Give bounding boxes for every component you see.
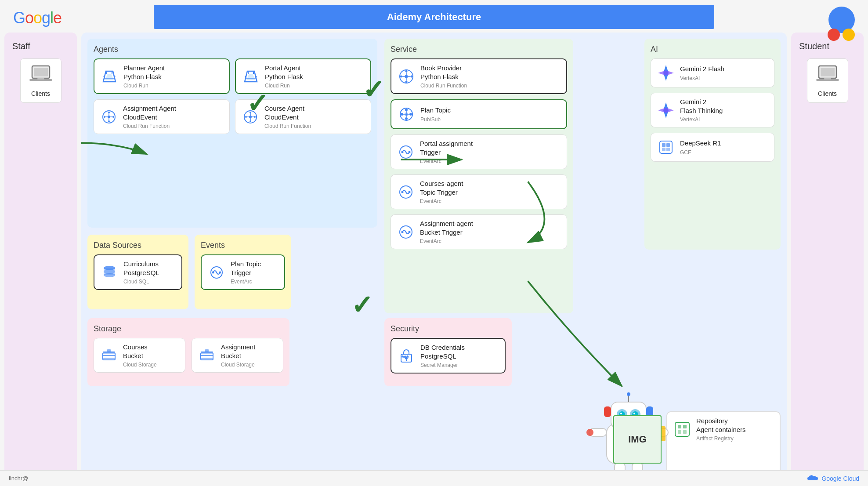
storage-icon-assignment bbox=[197, 346, 217, 365]
portal-assignment-trigger-title: Portal assignmentTrigger bbox=[420, 139, 473, 156]
svg-point-50 bbox=[405, 109, 408, 111]
svg-point-75 bbox=[212, 271, 214, 273]
svg-rect-95 bbox=[683, 430, 687, 434]
svg-point-51 bbox=[409, 113, 412, 116]
flask-icon-portal bbox=[241, 67, 260, 86]
svg-point-61 bbox=[409, 191, 411, 193]
svg-point-103 bbox=[633, 413, 635, 414]
course-agent-card: Course AgentCloudEvent Cloud Run Functio… bbox=[235, 99, 371, 134]
svg-point-23 bbox=[112, 116, 114, 118]
svg-rect-1 bbox=[34, 68, 48, 76]
storage-label: Storage bbox=[94, 324, 283, 334]
svg-point-76 bbox=[219, 271, 221, 273]
svg-point-49 bbox=[401, 113, 403, 116]
ai-section-label: AI bbox=[651, 45, 774, 54]
svg-marker-12 bbox=[246, 74, 255, 80]
svg-point-41 bbox=[405, 80, 408, 83]
eventarc-icon-portal bbox=[396, 142, 416, 162]
svg-point-33 bbox=[254, 116, 256, 118]
pubsub-icon bbox=[397, 105, 416, 124]
ai-section: AI Gemini 2 Flash VertexAI bbox=[644, 39, 781, 250]
secret-icon: *** bbox=[397, 346, 416, 366]
storage-icon-courses bbox=[99, 346, 119, 365]
svg-point-42 bbox=[400, 75, 402, 77]
header-bar: Aidemy Architecture bbox=[77, 5, 791, 29]
courses-agent-trigger-subtitle: EventArc bbox=[420, 198, 463, 204]
eventarc-icon-bucket bbox=[396, 222, 416, 242]
laptop-icon-student bbox=[816, 64, 839, 87]
svg-rect-127 bbox=[824, 78, 831, 80]
assignment-agent-subtitle: Cloud Run Function bbox=[123, 123, 176, 129]
assignment-agent-title: Assignment AgentCloudEvent bbox=[123, 104, 176, 121]
cloud-event-icon-book bbox=[397, 67, 416, 86]
book-provider-subtitle: Cloud Run Function bbox=[420, 83, 467, 89]
gemini-icon-flash bbox=[656, 63, 676, 83]
svg-rect-67 bbox=[666, 143, 670, 147]
assignment-bucket-subtitle: Cloud Storage bbox=[221, 362, 255, 368]
staff-title: Staff bbox=[9, 41, 30, 51]
assignment-bucket-card: AssignmentBucket Cloud Storage bbox=[192, 338, 283, 373]
portal-assignment-trigger-card: Portal assignmentTrigger EventArc bbox=[391, 134, 567, 169]
svg-point-58 bbox=[409, 151, 411, 153]
portal-agent-subtitle: Cloud Run bbox=[265, 83, 303, 89]
svg-text:***: *** bbox=[401, 354, 409, 361]
deepseek-title: DeepSeek R1 bbox=[680, 139, 721, 148]
gemini-dots bbox=[828, 7, 855, 41]
db-credentials-title: DB CredentialsPostgreSQL bbox=[420, 343, 465, 360]
staff-panel: Staff Clients bbox=[4, 33, 77, 486]
svg-rect-93 bbox=[683, 425, 687, 428]
eventarc-icon-courses bbox=[396, 182, 416, 202]
svg-point-55 bbox=[405, 112, 408, 116]
svg-rect-125 bbox=[821, 68, 835, 76]
service-section: Service bbox=[384, 39, 573, 313]
curriculums-db-card: CurriculumsPostgreSQL Cloud SQL bbox=[94, 254, 182, 290]
plan-topic-title: Plan Topic bbox=[420, 106, 451, 115]
agents-section: Agents bbox=[87, 39, 377, 228]
svg-point-63 bbox=[401, 231, 404, 233]
artifact-registry-box: RepositoryAgent containers Artifact Regi… bbox=[666, 411, 781, 479]
deepseek-card: DeepSeek R1 GCE bbox=[651, 133, 774, 162]
gemini-flash-thinking-title: Gemini 2Flash Thinking bbox=[680, 98, 723, 115]
svg-point-30 bbox=[250, 112, 251, 113]
plan-topic-trigger-card: Plan TopicTrigger EventArc bbox=[201, 254, 285, 290]
student-clients-box: Clients bbox=[807, 58, 848, 103]
curriculums-db-title: CurriculumsPostgreSQL bbox=[123, 260, 159, 277]
svg-point-31 bbox=[250, 120, 251, 122]
db-credentials-card: *** DB CredentialsPostgreSQL Secret Mana… bbox=[391, 338, 506, 374]
svg-point-22 bbox=[104, 116, 105, 118]
security-section: Security *** DB Credenti bbox=[384, 318, 512, 386]
db-credentials-subtitle: Secret Manager bbox=[420, 362, 465, 368]
footer-username: linchr@ bbox=[9, 475, 28, 482]
svg-point-73 bbox=[104, 269, 115, 274]
svg-point-60 bbox=[401, 191, 404, 193]
svg-rect-86 bbox=[205, 349, 209, 352]
dot-yellow bbox=[843, 29, 855, 41]
storage-section: Storage bbox=[87, 318, 289, 386]
courses-agent-trigger-card: Courses-agentTopic Trigger EventArc bbox=[391, 174, 567, 209]
curriculums-db-subtitle: Cloud SQL bbox=[123, 279, 159, 285]
google-cloud-icon bbox=[806, 472, 818, 485]
staff-clients-label: Clients bbox=[31, 90, 50, 97]
book-provider-card: Book ProviderPython Flask Cloud Run Func… bbox=[391, 58, 567, 94]
page-title: Aidemy Architecture bbox=[154, 5, 714, 29]
svg-rect-69 bbox=[666, 148, 670, 151]
footer-brand-text: Google Cloud bbox=[821, 475, 859, 482]
service-section-label: Service bbox=[391, 45, 567, 54]
svg-rect-65 bbox=[660, 141, 672, 153]
gemini-flash-thinking-card: Gemini 2Flash Thinking VertexAI bbox=[651, 93, 774, 127]
courses-agent-trigger-title: Courses-agentTopic Trigger bbox=[420, 179, 463, 196]
footer: linchr@ Google Cloud bbox=[0, 470, 868, 486]
portal-assignment-trigger-subtitle: EventArc bbox=[420, 158, 473, 164]
svg-rect-66 bbox=[662, 143, 665, 147]
student-panel: Student Clients bbox=[791, 33, 864, 486]
deepseek-icon bbox=[656, 138, 676, 157]
svg-point-105 bbox=[627, 392, 630, 396]
svg-point-32 bbox=[245, 116, 247, 118]
svg-rect-94 bbox=[678, 430, 681, 434]
plan-topic-subtitle: Pub/Sub bbox=[420, 116, 451, 123]
datasources-label: Data Sources bbox=[94, 241, 182, 250]
gemini-icon-thinking bbox=[656, 101, 676, 120]
dot-red bbox=[828, 29, 840, 41]
planner-agent-subtitle: Cloud Run bbox=[123, 83, 165, 89]
db-icon-curriculums bbox=[100, 263, 119, 282]
